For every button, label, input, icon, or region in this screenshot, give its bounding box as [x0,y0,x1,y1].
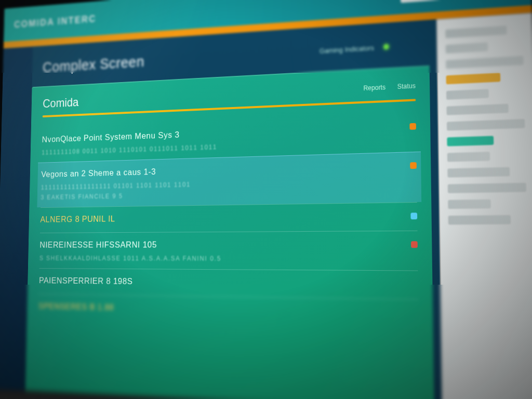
sidebar-item[interactable] [448,183,526,193]
sidebar-item[interactable] [447,167,510,178]
sidebar-item[interactable] [447,119,525,131]
row-heading: SPENSERES B 1.88 [38,301,401,319]
sidebar-item[interactable] [445,25,507,38]
app-window: COMIDA INTERC Search Complex Screen Gami… [0,0,532,399]
status-indicator-icon [410,212,417,219]
row-heading: ALNERG 8 PUNIL IL [40,210,400,224]
list-row[interactable]: NIEREINESSE HIFSSARNI 105S SHELKKAALDIHL… [39,231,418,271]
header-link-a[interactable]: Gaming Indicators [320,44,374,55]
sidebar-item[interactable] [446,104,509,115]
sidebar-item[interactable] [446,42,488,54]
row-body: S SHELKKAALDIHLASSE 1011 A.S.A.A.SA FANI… [39,253,401,264]
status-indicator-icon [410,162,417,169]
main-area: Complex Screen Gaming Indicators Setting… [25,19,443,399]
status-dot-icon [383,44,389,50]
status-indicator-icon [411,241,418,248]
right-sidebar [436,13,532,399]
search-input[interactable]: Search [401,0,477,3]
page-title: Complex Screen [43,53,144,76]
sidebar-item[interactable] [446,56,524,69]
list-row[interactable]: ALNERG 8 PUNIL IL [40,202,417,233]
sidebar-item[interactable] [447,136,494,147]
status-indicator-icon [409,123,416,130]
sidebar-item[interactable] [448,200,491,209]
panel-title: Comida [43,95,79,111]
panel-link-a[interactable]: Reports [363,84,385,92]
sidebar-item[interactable] [446,89,489,100]
app-name: COMIDA INTERC [14,12,97,30]
list-row[interactable]: SPENSERES B 1.88 [38,294,419,328]
content-panel: Comida Reports Status NvonQlace Point Sy… [24,65,435,399]
row-heading: PAIENSPERRIER 8 198S [39,276,401,290]
sidebar-item[interactable] [446,73,500,84]
row-body: 111111111111111111 01101 1101 1101 1101 … [41,175,400,202]
row-heading: NIEREINESSE HIFSSARNI 105 [39,239,400,250]
sidebar-item[interactable] [448,215,511,225]
panel-link-b[interactable]: Status [397,82,416,90]
sidebar-item[interactable] [447,152,490,162]
